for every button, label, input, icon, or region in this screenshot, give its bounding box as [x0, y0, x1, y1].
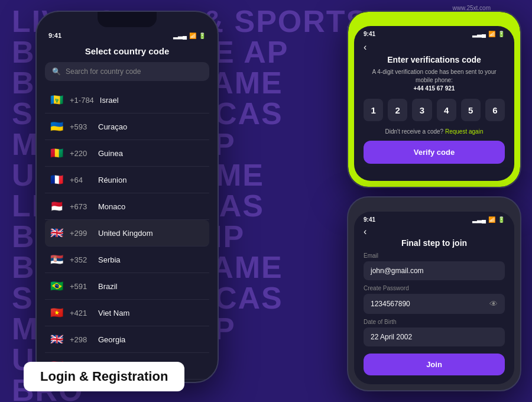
country-name: Brazil — [98, 282, 118, 291]
rt-status-bar: 9:41 ▂▃▄ 📶 🔋 — [354, 26, 514, 40]
country-code: +1-784 — [70, 96, 94, 105]
rb-status-icons: ▂▃▄ 📶 🔋 — [472, 216, 505, 223]
dob-field-container: Date of Birth 22 April 2002 — [354, 319, 514, 351]
country-item[interactable]: 🇬🇧 +298 Georgia — [45, 326, 209, 353]
country-flag: 🇷🇸 — [50, 253, 64, 266]
search-placeholder: Search for country code — [66, 67, 141, 76]
wifi-icon: 📶 — [189, 33, 196, 39]
left-phone: 9:41 ▂▃▄ 📶 🔋 Select country code 🔍 Searc… — [35, 11, 219, 383]
rb-status-bar: 9:41 ▂▃▄ 📶 🔋 — [354, 212, 514, 225]
country-flag: 🇲🇨 — [50, 200, 64, 213]
dob-label: Date of Birth — [364, 319, 505, 325]
resend-text: Didn't receive a code? Request again — [354, 128, 514, 141]
search-bar[interactable]: 🔍 Search for country code — [45, 62, 209, 81]
country-list: 🇻🇨 +1-784 Israel 🇺🇦 +593 Curaçao 🇬🇳 +220… — [45, 87, 209, 380]
code-digit-box[interactable]: 2 — [388, 99, 407, 121]
bottom-label: Login & Registration — [24, 362, 184, 391]
code-input-boxes: 123456 — [354, 99, 514, 128]
eye-icon[interactable]: 👁 — [489, 299, 498, 309]
country-flag: 🇻🇨 — [50, 93, 64, 106]
status-time: 9:41 — [48, 32, 61, 39]
right-top-phone: 9:41 ▂▃▄ 📶 🔋 ‹ Enter verifications code … — [347, 11, 521, 188]
country-name: Georgia — [98, 335, 125, 344]
rt-time: 9:41 — [364, 31, 375, 37]
screen-title: Select country code — [45, 46, 209, 56]
right-bottom-phone: 9:41 ▂▃▄ 📶 🔋 ‹ Final step to join Email … — [347, 196, 521, 391]
phone-notch — [98, 12, 157, 27]
country-name: Guinea — [98, 149, 123, 158]
country-item[interactable]: 🇻🇳 +421 Viet Nam — [45, 300, 209, 326]
country-code: +593 — [70, 122, 92, 131]
rb-signal-icon: ▂▃▄ — [472, 216, 486, 223]
country-name: Monaco — [98, 202, 125, 211]
code-digit-box[interactable]: 4 — [437, 99, 456, 121]
country-flag: 🇧🇷 — [50, 280, 64, 293]
join-button[interactable]: Join — [364, 354, 505, 375]
rt-battery-icon: 🔋 — [498, 31, 505, 37]
verify-button[interactable]: Verify code — [364, 141, 505, 164]
password-label: Create Password — [364, 285, 505, 291]
country-name: Réunion — [98, 176, 126, 184]
code-digit-box[interactable]: 1 — [364, 99, 383, 121]
rt-screen-title: Enter verifications code — [354, 54, 514, 68]
country-code: +352 — [70, 255, 92, 264]
email-label: Email — [364, 252, 505, 259]
rb-phone-inner: 9:41 ▂▃▄ 📶 🔋 ‹ Final step to join Email … — [354, 212, 514, 384]
rb-battery-icon: 🔋 — [498, 216, 505, 223]
rt-wifi-icon: 📶 — [488, 31, 495, 37]
rb-screen-title: Final step to join — [354, 238, 514, 252]
country-item[interactable]: 🇺🇦 +593 Curaçao — [45, 114, 209, 140]
code-digit-box[interactable]: 5 — [461, 99, 481, 121]
country-code: +673 — [70, 202, 92, 211]
code-digit-box[interactable]: 6 — [485, 99, 505, 121]
search-icon: 🔍 — [52, 67, 61, 76]
back-button[interactable]: ‹ — [354, 40, 514, 54]
country-name: Viet Nam — [98, 309, 129, 317]
password-input[interactable]: 1234567890 👁 — [364, 294, 505, 314]
rt-signal-icon: ▂▃▄ — [472, 31, 486, 37]
country-code: +591 — [70, 282, 92, 291]
rt-status-icons: ▂▃▄ 📶 🔋 — [472, 31, 505, 37]
rb-time: 9:41 — [364, 216, 375, 223]
country-code: +421 — [70, 309, 92, 317]
phone-content: Select country code 🔍 Search for country… — [37, 41, 218, 380]
country-code: +220 — [70, 149, 92, 158]
rt-subtitle: A 4-digit verification code has been sen… — [354, 68, 514, 99]
country-code: +298 — [70, 335, 92, 344]
country-item[interactable]: 🇫🇷 +64 Réunion — [45, 167, 209, 193]
country-item[interactable]: 🇲🇨 +673 Monaco — [45, 193, 209, 220]
country-item[interactable]: 🇻🇨 +1-784 Israel — [45, 87, 209, 114]
rt-phone-number: +44 415 67 921 — [414, 85, 455, 92]
country-code: +64 — [70, 176, 92, 184]
country-name: United Kingdom — [98, 229, 153, 238]
rb-wifi-icon: 📶 — [488, 216, 495, 223]
watermark: www.25xt.com — [453, 5, 491, 11]
rt-phone-inner: 9:41 ▂▃▄ 📶 🔋 ‹ Enter verifications code … — [354, 26, 514, 181]
country-item[interactable]: 🇷🇸 +352 Serbia — [45, 247, 209, 273]
country-flag: 🇫🇷 — [50, 173, 64, 186]
battery-icon: 🔋 — [199, 33, 206, 39]
country-code: +299 — [70, 229, 92, 238]
signal-icon: ▂▃▄ — [173, 33, 187, 39]
status-icons: ▂▃▄ 📶 🔋 — [173, 33, 206, 39]
country-flag: 🇬🇧 — [50, 226, 64, 239]
country-flag: 🇻🇳 — [50, 306, 64, 319]
request-again-link[interactable]: Request again — [445, 128, 484, 135]
country-flag: 🇬🇳 — [50, 147, 64, 160]
password-field-container: Create Password 1234567890 👁 — [354, 285, 514, 319]
country-name: Serbia — [98, 255, 121, 264]
country-flag: 🇬🇧 — [50, 333, 64, 346]
rb-back-button[interactable]: ‹ — [354, 225, 514, 238]
country-item[interactable]: 🇧🇷 +591 Brazil — [45, 273, 209, 300]
country-item[interactable]: 🇬🇳 +220 Guinea — [45, 140, 209, 167]
email-field-container: Email john@gmail.com — [354, 252, 514, 285]
code-digit-box[interactable]: 3 — [412, 99, 432, 121]
country-name: Curaçao — [98, 122, 127, 131]
country-item[interactable]: 🇬🇧 +299 United Kingdom — [45, 220, 209, 247]
country-flag: 🇺🇦 — [50, 120, 64, 133]
email-input[interactable]: john@gmail.com — [364, 261, 505, 280]
phone-status-bar: 9:41 ▂▃▄ 📶 🔋 — [37, 27, 218, 41]
country-name: Israel — [100, 96, 119, 105]
dob-input[interactable]: 22 April 2002 — [364, 328, 505, 346]
